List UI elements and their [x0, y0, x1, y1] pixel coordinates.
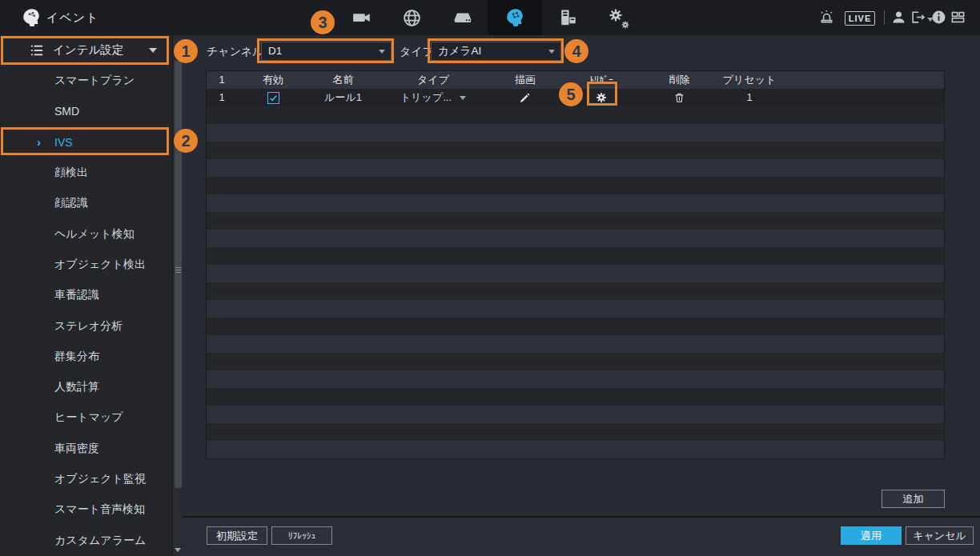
sidebar-item-群集分布[interactable]: 群集分布 [0, 342, 172, 372]
channel-dropdown[interactable]: D1 [261, 42, 392, 61]
sidebar-item-label: 顔認識 [54, 196, 88, 210]
sidebar-item-label: IVS [54, 136, 73, 149]
sidebar-menu-label: インテル設定 [53, 42, 123, 58]
nav-device-icon[interactable] [542, 0, 592, 35]
table-empty-row [207, 124, 944, 142]
column-header-name: 名前 [309, 71, 377, 89]
type-dropdown[interactable]: カメラAI [431, 42, 561, 61]
enable-checkbox[interactable] [267, 92, 279, 104]
sidebar-item-label: ヒートマップ [54, 410, 123, 425]
sidebar-item-label: SMD [54, 105, 79, 118]
sidebar-item-車両密度[interactable]: 車両密度 [0, 434, 172, 464]
sidebar-item-ヘルメット検知[interactable]: ヘルメット検知 [0, 218, 172, 249]
sidebar-item-SMD[interactable]: SMD [0, 96, 172, 126]
sidebar-item-label: オブジェクト検出 [54, 258, 146, 272]
alarm-siren-icon[interactable] [818, 9, 835, 26]
dropdown-caret-icon [460, 96, 466, 100]
table-empty-row [207, 142, 944, 159]
event-brain-icon [21, 7, 42, 28]
sidebar-item-オブジェクト検出[interactable]: オブジェクト検出 [0, 250, 172, 280]
channel-label: チャンネル [207, 42, 264, 61]
table-empty-row [207, 370, 944, 388]
apply-button[interactable]: 適用 [841, 526, 902, 545]
sidebar-item-ステレオ分析[interactable]: ステレオ分析 [0, 310, 172, 341]
add-button[interactable]: 追加 [882, 490, 945, 508]
nav-ai-icon[interactable] [488, 0, 542, 35]
nav-settings-gears-icon[interactable] [592, 0, 643, 35]
table-empty-row [207, 159, 944, 177]
sidebar-item-label: ステレオ分析 [54, 319, 122, 334]
table-header-row: 1 有効 名前 タイプ 描画 ﾄﾘｶﾞｰ 削除 プリセット [207, 71, 944, 89]
table-empty-row [207, 318, 944, 335]
rule-name: ルール1 [309, 89, 377, 106]
column-header-preset: プリセット [717, 71, 781, 89]
nav-camera-icon[interactable] [336, 0, 387, 35]
topbar-divider [884, 10, 885, 25]
sidebar-item-label: スマートプラン [54, 74, 135, 88]
rule-row: 1 ルール1 トリップ... [207, 89, 944, 106]
cancel-button[interactable]: キャンセル [906, 526, 974, 545]
trigger-gear-icon[interactable] [595, 91, 608, 104]
draw-pencil-icon[interactable] [519, 91, 532, 104]
table-empty-row [207, 388, 944, 406]
column-header-delete: 削除 [641, 71, 717, 89]
sidebar-menu-dropdown[interactable]: インテル設定 [0, 35, 170, 65]
sidebar-item-label: スマート音声検知 [54, 502, 145, 517]
sidebar-item-スマート音声検知[interactable]: スマート音声検知 [0, 494, 172, 525]
table-empty-row [207, 212, 944, 230]
nav-storage-icon[interactable] [437, 0, 488, 35]
info-icon[interactable] [931, 10, 946, 25]
logout-icon[interactable] [910, 10, 926, 25]
table-empty-row [207, 423, 944, 441]
scrollbar-down-arrow-icon[interactable] [175, 548, 181, 552]
rule-type-dropdown[interactable]: トリップ... [400, 89, 466, 106]
table-empty-row [207, 247, 944, 265]
sidebar-item-カスタムアラーム[interactable]: カスタムアラーム [0, 525, 172, 555]
type-value: カメラAI [438, 45, 481, 57]
table-empty-row [207, 265, 944, 282]
table-empty-row [207, 406, 944, 423]
dropdown-caret-icon [379, 50, 385, 54]
sidebar-item-label: 群集分布 [54, 350, 99, 364]
chevron-down-icon [149, 48, 157, 53]
table-empty-row [207, 194, 944, 212]
table-empty-row [207, 441, 944, 458]
table-empty-row [207, 177, 944, 194]
sidebar-item-ヒートマップ[interactable]: ヒートマップ [0, 402, 172, 433]
sidebar: インテル設定 スマートプランSMD›IVS顔検出顔認識ヘルメット検知オブジェクト… [0, 35, 183, 556]
sidebar-item-スマートプラン[interactable]: スマートプラン [0, 66, 172, 96]
live-button[interactable]: LIVE [845, 11, 875, 26]
refresh-button[interactable]: ﾘﾌﾚｯｼｭ [271, 526, 332, 545]
screen-layout-icon[interactable] [950, 10, 966, 25]
table-empty-row [207, 353, 944, 370]
nav-network-icon[interactable] [387, 0, 437, 35]
sidebar-scrollbar[interactable] [172, 35, 183, 556]
top-bar: イベント [0, 0, 980, 35]
scrollbar-thumb[interactable] [175, 61, 182, 488]
chevron-right-icon: › [37, 135, 41, 149]
sidebar-item-label: 車番認識 [54, 288, 99, 302]
user-icon[interactable] [890, 9, 907, 26]
table-empty-row [207, 335, 944, 353]
sidebar-item-人数計算[interactable]: 人数計算 [0, 372, 172, 402]
column-header-draw: 描画 [489, 71, 561, 89]
sidebar-item-顔認識[interactable]: 顔認識 [0, 188, 172, 218]
table-empty-row [207, 300, 944, 318]
rule-table: 1 有効 名前 タイプ 描画 ﾄﾘｶﾞｰ 削除 プリセット 1 ルール1 トリッ… [206, 70, 945, 459]
delete-trash-icon[interactable] [673, 91, 685, 104]
sidebar-item-IVS[interactable]: ›IVS [0, 127, 172, 158]
dropdown-caret-icon [548, 50, 555, 54]
sidebar-item-label: 顔検出 [54, 166, 88, 180]
sidebar-item-オブジェクト監視[interactable]: オブジェクト監視 [0, 464, 172, 494]
main-nav [336, 0, 643, 35]
column-header-trigger: ﾄﾘｶﾞｰ [561, 71, 641, 89]
sidebar-item-label: 人数計算 [54, 380, 99, 394]
sidebar-item-車番認識[interactable]: 車番認識 [0, 280, 172, 310]
column-header-enable: 有効 [237, 71, 309, 89]
default-button[interactable]: 初期設定 [207, 526, 267, 545]
list-icon [29, 42, 45, 58]
check-icon [269, 94, 278, 102]
sidebar-item-顔検出[interactable]: 顔検出 [0, 158, 172, 188]
column-header-no: 1 [207, 71, 237, 89]
sidebar-item-label: ヘルメット検知 [54, 227, 135, 242]
